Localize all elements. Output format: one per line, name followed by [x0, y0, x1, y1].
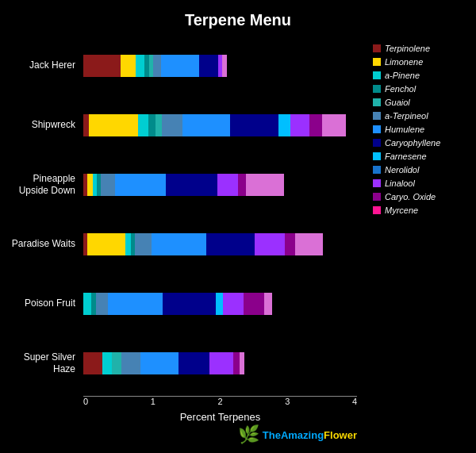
bar-track — [83, 55, 357, 77]
bar-row: Paradise Waits — [8, 224, 357, 265]
bar-segment — [152, 233, 206, 255]
bar-label: Shipwreck — [8, 119, 83, 130]
legend-label: Nerolidol — [385, 165, 419, 175]
legend-item: Caryo. Oxide — [373, 192, 468, 202]
chart-area: Jack HererShipwreckPineappleUpside DownP… — [8, 36, 365, 445]
bar-segment — [155, 114, 163, 136]
x-axis-labels: 01234 — [83, 397, 357, 408]
bar-segment — [135, 233, 152, 255]
chart-body: Jack HererShipwreckPineappleUpside DownP… — [8, 36, 468, 445]
legend-label: Linalool — [385, 179, 415, 188]
x-axis-label: 4 — [352, 397, 357, 406]
bar-label: PineappleUpside Down — [8, 173, 83, 196]
x-axis-label: 3 — [285, 397, 290, 406]
bar-segment — [83, 293, 91, 315]
legend-swatch — [373, 85, 381, 93]
bar-segment — [264, 293, 272, 315]
bar-segment — [138, 114, 148, 136]
bar-segment — [278, 114, 291, 136]
bar-segment — [96, 293, 109, 315]
legend-label: Fenchol — [385, 84, 416, 94]
bar-track — [83, 174, 357, 196]
legend-label: Limonene — [385, 57, 423, 67]
bar-segment — [244, 293, 264, 315]
bar-segment — [178, 352, 209, 374]
legend-swatch — [373, 206, 381, 214]
brand: 🌿 TheAmazingFlower — [8, 424, 365, 445]
bar-segment — [125, 233, 131, 255]
bar-segment — [163, 293, 216, 315]
bar-segment — [121, 352, 140, 374]
legend-label: Humulene — [385, 125, 424, 134]
chart-container: Terpene Menu Jack HererShipwreckPineappl… — [0, 0, 476, 453]
bar-segment — [295, 233, 323, 255]
bar-segment — [206, 233, 254, 255]
legend-item: Nerolidol — [373, 165, 468, 175]
legend-item: Linalool — [373, 179, 468, 188]
x-axis-label: 1 — [151, 397, 155, 406]
legend-swatch — [373, 71, 381, 79]
bar-segment — [153, 55, 161, 77]
bar-row: PineappleUpside Down — [8, 164, 357, 205]
legend-item: Terpinolene — [373, 44, 468, 53]
bar-segment — [115, 174, 167, 196]
legend-swatch — [373, 139, 381, 147]
legend-swatch — [373, 98, 381, 106]
bar-segment — [121, 55, 136, 77]
bar-track — [83, 114, 357, 136]
legend-swatch — [373, 179, 381, 187]
legend-swatch — [373, 152, 381, 160]
legend: TerpinoleneLimonenea-PineneFencholGuaiol… — [365, 36, 468, 445]
brand-icon: 🌿 — [238, 424, 259, 445]
legend-label: Guaiol — [385, 98, 410, 107]
legend-item: Caryophyllene — [373, 138, 468, 148]
legend-item: a-Terpineol — [373, 111, 468, 121]
legend-item: Fenchol — [373, 84, 468, 94]
bar-segment — [223, 293, 244, 315]
x-axis-title: Percent Terpenes — [83, 411, 357, 423]
bar-segment — [87, 174, 93, 196]
legend-label: a-Terpineol — [385, 111, 428, 121]
bar-segment — [162, 114, 182, 136]
legend-item: a-Pinene — [373, 71, 468, 80]
legend-item: Limonene — [373, 57, 468, 67]
bar-segment — [112, 352, 121, 374]
bar-segment — [240, 352, 244, 374]
bar-label: Super SilverHaze — [8, 351, 83, 374]
bar-segment — [83, 114, 89, 136]
bar-segment — [233, 352, 240, 374]
bar-segment — [255, 233, 286, 255]
bar-label: Jack Herer — [8, 60, 83, 71]
bar-track — [83, 352, 357, 374]
legend-item: Myrcene — [373, 205, 468, 215]
bar-row: Super SilverHaze — [8, 343, 357, 384]
brand-text-flower: Flower — [324, 429, 357, 441]
bar-segment — [309, 114, 322, 136]
bar-segment — [101, 174, 114, 196]
bar-segment — [199, 55, 218, 77]
x-axis-label: 2 — [217, 397, 222, 406]
legend-item: Farnesene — [373, 152, 468, 161]
bar-segment — [182, 114, 230, 136]
legend-swatch — [373, 44, 381, 52]
bar-segment — [148, 114, 155, 136]
legend-label: Myrcene — [385, 205, 418, 215]
legend-label: Farnesene — [385, 152, 427, 161]
bar-segment — [222, 55, 227, 77]
bar-segment — [285, 233, 295, 255]
bar-segment — [217, 174, 238, 196]
bar-segment — [87, 233, 125, 255]
legend-swatch — [373, 112, 381, 120]
bar-row: Poison Fruit — [8, 283, 357, 324]
bar-segment — [108, 293, 163, 315]
x-axis-label: 0 — [83, 397, 88, 406]
bar-segment — [166, 174, 217, 196]
legend-swatch — [373, 125, 381, 133]
bar-row: Jack Herer — [8, 45, 357, 86]
bar-segment — [83, 55, 121, 77]
bar-track — [83, 293, 357, 315]
bar-segment — [161, 55, 198, 77]
legend-swatch — [373, 58, 381, 66]
bar-segment — [322, 114, 346, 136]
legend-item: Humulene — [373, 125, 468, 134]
